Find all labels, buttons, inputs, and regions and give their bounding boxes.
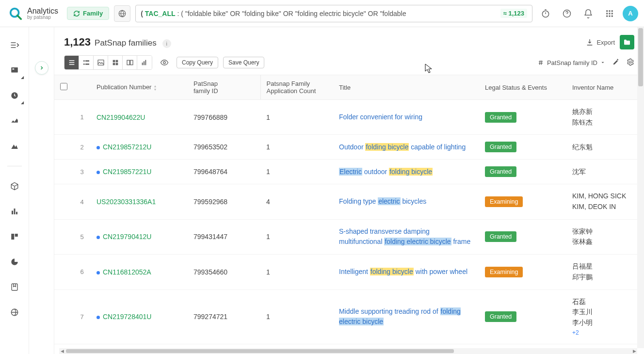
table-row[interactable]: 2CN219857212U7996535021Outdoor folding b… [54, 135, 644, 160]
rail-insights[interactable] [6, 113, 23, 129]
table-row[interactable]: 7CN219728401U7992747211Middle supporting… [54, 290, 644, 344]
logo[interactable]: Analytics by patsnap [8, 6, 58, 21]
title-link[interactable]: S-shaped transverse damping multifunctio… [339, 227, 470, 246]
app-count-cell: 1 [260, 290, 333, 344]
globe-button[interactable] [114, 5, 130, 22]
table-row[interactable]: 1CN219904622U7997668891Folder convenient… [54, 100, 644, 135]
list-detail-icon [82, 59, 90, 66]
view-analysis-button[interactable] [137, 56, 152, 69]
help-button[interactable] [559, 5, 575, 22]
rail-workspace[interactable]: ◢ [6, 62, 23, 79]
row-index: 4 [73, 184, 91, 219]
horizontal-scrollbar[interactable]: ◀ ▶ [59, 348, 637, 354]
apps-button[interactable] [601, 5, 618, 22]
title-link[interactable]: Folder convenient for wiring [339, 113, 422, 121]
family-id-dropdown[interactable]: PatSnap family ID [537, 59, 605, 66]
insights-icon [10, 116, 19, 125]
rail-expand[interactable] [6, 37, 23, 53]
rail-3d[interactable] [6, 178, 23, 194]
publication-link[interactable]: CN219857212U [103, 143, 151, 151]
rail-saved[interactable] [6, 279, 23, 295]
publication-link[interactable]: CN219790412U [103, 233, 151, 241]
notifications-button[interactable] [580, 5, 596, 22]
svg-rect-16 [12, 211, 13, 215]
svg-rect-35 [144, 61, 145, 65]
publication-link[interactable]: CN219904622U [97, 113, 145, 121]
svg-rect-11 [609, 15, 611, 16]
copy-query-button[interactable]: Copy Query [177, 57, 218, 68]
unread-dot-icon [97, 236, 100, 239]
export-button[interactable]: Export [586, 38, 615, 46]
publication-link[interactable]: CN116812052A [103, 268, 151, 276]
app-count-cell: 4 [260, 184, 333, 219]
svg-rect-34 [142, 63, 143, 65]
rail-report[interactable] [6, 254, 23, 270]
title-link[interactable]: Folding type electric bicycles [339, 197, 426, 205]
table-row[interactable]: 6CN116812052A7993546601Intelligent foldi… [54, 255, 644, 290]
publication-link[interactable]: CN219857221U [103, 168, 151, 176]
view-image-button[interactable] [94, 56, 108, 69]
bars-icon [141, 59, 148, 66]
search-box[interactable]: ( TAC_ALL : ( "foldable bike" OR "foldin… [135, 5, 532, 22]
col-app-count[interactable]: Patsnap FamilyApplication Count [260, 75, 333, 100]
svg-point-37 [163, 62, 166, 64]
publication-link[interactable]: US20230331336A1 [97, 198, 156, 206]
apps-grid-icon [605, 9, 614, 18]
view-split-button[interactable] [123, 56, 137, 69]
svg-rect-30 [113, 63, 115, 65]
inventor-list: KIM, HONG SICKKIM, DEOK IN [572, 191, 638, 212]
view-list-button[interactable] [64, 56, 79, 69]
preview-toggle[interactable] [157, 56, 172, 69]
vertical-scrollbar[interactable] [637, 27, 644, 348]
rail-compare[interactable] [6, 228, 23, 245]
publication-link[interactable]: CN219728401U [103, 313, 151, 321]
unread-dot-icon [97, 146, 100, 149]
inventor-list: 姚亦新陈钰杰 [572, 107, 638, 128]
title-link[interactable]: Middle supporting treading rod of foldin… [339, 307, 461, 326]
family-id-cell: 799431447 [188, 219, 260, 254]
avatar[interactable]: A [623, 6, 638, 21]
col-inventor[interactable]: Inventor Name [566, 75, 644, 100]
table-row[interactable]: 3CN219857221U7996487641Electric outdoor … [54, 160, 644, 184]
view-detail-button[interactable] [79, 56, 94, 69]
inventor-list: 张家钟张林鑫 [572, 226, 638, 247]
col-publication[interactable]: Publication Number▲▼ [91, 75, 188, 100]
select-all-checkbox[interactable] [60, 83, 67, 90]
cube-icon [10, 182, 19, 191]
family-chip[interactable]: Family [67, 7, 109, 20]
status-badge: Granted [485, 231, 516, 242]
svg-rect-6 [612, 10, 613, 12]
view-grid-button[interactable] [108, 56, 123, 69]
title-link[interactable]: Intelligent folding bicycle with power w… [339, 268, 467, 275]
highlight-button[interactable] [612, 58, 620, 67]
unread-dot-icon [97, 316, 100, 319]
rail-landscape[interactable] [6, 138, 23, 154]
rail-history[interactable]: ◢ [6, 87, 23, 104]
refresh-icon [73, 10, 80, 17]
svg-rect-7 [606, 13, 608, 14]
save-to-folder-button[interactable] [620, 35, 634, 49]
title-link[interactable]: Outdoor folding bicycle capable of light… [339, 143, 466, 151]
col-family-id[interactable]: PatSnapfamily ID [188, 75, 260, 100]
save-query-button[interactable]: Save Query [223, 57, 264, 68]
settings-button[interactable] [627, 58, 634, 67]
stopwatch-button[interactable] [537, 5, 554, 22]
table-row[interactable]: 5CN219790412U7994314471S-shaped transver… [54, 219, 644, 254]
col-status[interactable]: Legal Status & Events [479, 75, 566, 100]
expand-panel-button[interactable] [35, 61, 48, 75]
col-title[interactable]: Title [333, 75, 479, 100]
rail-global[interactable] [6, 304, 23, 321]
results-table-wrap[interactable]: Publication Number▲▼ PatSnapfamily ID Pa… [54, 75, 644, 354]
image-icon [97, 59, 105, 66]
row-index: 6 [73, 255, 91, 290]
status-badge: Examining [485, 196, 523, 207]
rail-chart[interactable] [6, 203, 23, 220]
inventor-more[interactable]: +2 [572, 328, 638, 338]
info-icon[interactable]: i [162, 39, 171, 48]
row-index: 1 [73, 100, 91, 135]
title-link[interactable]: Electric outdoor folding bicycle [339, 168, 433, 176]
svg-rect-23 [83, 60, 85, 62]
inventor-list: 沈军 [572, 167, 638, 177]
table-row[interactable]: 4US20230331336A17995929684Folding type e… [54, 184, 644, 219]
unread-dot-icon [97, 171, 100, 174]
